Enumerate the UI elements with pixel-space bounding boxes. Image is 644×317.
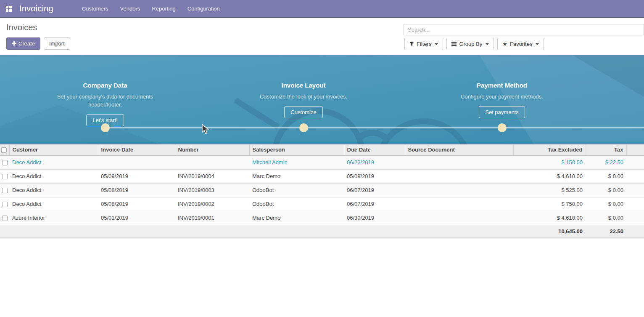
apps-menu-button[interactable]: [0, 0, 18, 18]
cell-number: INV/2019/0004: [175, 169, 249, 183]
group-by-dropdown-button[interactable]: Group By: [446, 38, 494, 50]
cell-source-document: [405, 169, 513, 183]
caret-down-icon: [536, 43, 539, 45]
cell-salesperson: Marc Demo: [249, 211, 344, 225]
lets-start-button[interactable]: Let's start!: [86, 114, 124, 126]
col-header-tax-excluded[interactable]: Tax Excluded: [513, 144, 586, 155]
app-brand-title: Invoicing: [19, 4, 53, 13]
search-box: [404, 24, 644, 35]
row-select-cell: [0, 211, 9, 225]
row-checkbox[interactable]: [2, 188, 8, 193]
col-header-number[interactable]: Number: [175, 144, 249, 155]
col-header-customer[interactable]: Customer: [9, 144, 98, 155]
page-title: Invoices: [6, 23, 37, 32]
filters-label: Filters: [417, 41, 431, 47]
cell-due-date: 06/30/2019: [344, 211, 405, 225]
cell-number: INV/2019/0001: [175, 211, 249, 225]
cell-invoice-date: 05/09/2019: [98, 169, 175, 183]
cell-tax-excluded: $ 750.00: [513, 197, 586, 211]
customize-button[interactable]: Customize: [284, 106, 322, 118]
cell-due-date: 06/23/2019: [344, 155, 405, 169]
import-button[interactable]: Import: [44, 37, 70, 50]
nav-item-vendors[interactable]: Vendors: [114, 0, 146, 18]
step-title: Payment Method: [435, 82, 569, 89]
cell-invoice-date: 05/01/2019: [98, 211, 175, 225]
step-title: Company Data: [38, 82, 172, 89]
invoice-row[interactable]: Azure Interior05/01/2019INV/2019/0001Mar…: [0, 211, 644, 225]
cell-invoice-date: 05/08/2019: [98, 197, 175, 211]
cell-salesperson: OdooBot: [249, 183, 344, 197]
row-checkbox[interactable]: [2, 202, 8, 207]
cell-tax: $ 0.00: [586, 169, 626, 183]
cell-customer: Azure Interior: [9, 211, 98, 225]
invoice-rows: Deco AddictMitchell Admin06/23/2019$ 150…: [0, 155, 644, 225]
col-header-source-document[interactable]: Source Document: [405, 144, 513, 155]
filter-row: Filters Group By ★ Favorites: [404, 38, 544, 50]
caret-down-icon: [486, 43, 489, 45]
cell-invoice-date: [98, 155, 175, 169]
step-description: Set your company's data for documents he…: [56, 93, 155, 109]
row-select-cell: [0, 155, 9, 169]
cell-source-document: [405, 197, 513, 211]
cell-due-date: 05/09/2019: [344, 169, 405, 183]
cell-tax: $ 22.50: [586, 155, 626, 169]
invoice-row[interactable]: Deco AddictMitchell Admin06/23/2019$ 150…: [0, 155, 644, 169]
row-checkbox[interactable]: [2, 174, 8, 179]
cell-tax-excluded: $ 4,610.00: [513, 169, 586, 183]
control-panel: Invoices ✚ Create Import Filters: [0, 18, 644, 55]
totals-row: 10,645.00 22.50: [0, 225, 644, 237]
cell-source-document: [405, 211, 513, 225]
star-icon: ★: [502, 41, 507, 47]
cell-customer: Deco Addict: [9, 169, 98, 183]
col-header-tax[interactable]: Tax: [586, 144, 626, 155]
create-button-label: Create: [18, 40, 35, 47]
col-header-salesperson[interactable]: Salesperson: [249, 144, 344, 155]
invoice-row[interactable]: Deco Addict05/09/2019INV/2019/0004Marc D…: [0, 169, 644, 183]
col-header-invoice-date[interactable]: Invoice Date: [98, 144, 175, 155]
cell-number: [175, 155, 249, 169]
invoicing-app-window: Invoicing Customers Vendors Reporting Co…: [0, 0, 644, 317]
cell-tax-excluded: $ 150.00: [513, 155, 586, 169]
cell-customer: Deco Addict: [9, 155, 98, 169]
create-button[interactable]: ✚ Create: [6, 37, 40, 50]
invoice-row[interactable]: Deco Addict05/08/2019INV/2019/0002OdooBo…: [0, 197, 644, 211]
total-tax: 22.50: [586, 225, 626, 237]
select-all-cell: [0, 144, 9, 155]
step-dot-invoice-layout: [299, 123, 308, 132]
step-description: Configure your payment methods.: [453, 93, 552, 101]
nav-menu: Customers Vendors Reporting Configuratio…: [76, 0, 226, 18]
favorites-dropdown-button[interactable]: ★ Favorites: [497, 38, 544, 50]
onboarding-step-company-data: Company Data Set your company's data for…: [38, 82, 172, 126]
nav-item-reporting[interactable]: Reporting: [146, 0, 181, 18]
list-lines-icon: [451, 42, 457, 46]
nav-item-configuration[interactable]: Configuration: [182, 0, 226, 18]
filters-dropdown-button[interactable]: Filters: [404, 38, 443, 50]
nav-item-customers[interactable]: Customers: [76, 0, 114, 18]
top-navbar: Invoicing Customers Vendors Reporting Co…: [0, 0, 644, 18]
col-header-due-date[interactable]: Due Date: [344, 144, 405, 155]
onboarding-step-invoice-layout: Invoice Layout Customize the look of you…: [236, 82, 371, 118]
group-by-label: Group By: [459, 41, 482, 47]
search-input[interactable]: [404, 24, 644, 35]
row-checkbox[interactable]: [2, 160, 8, 165]
cell-source-document: [405, 155, 513, 169]
select-all-checkbox[interactable]: [1, 147, 7, 153]
onboarding-step-payment-method: Payment Method Configure your payment me…: [435, 82, 569, 118]
table-header-row: Customer Invoice Date Number Salesperson…: [0, 144, 644, 155]
set-payments-button[interactable]: Set payments: [479, 106, 525, 118]
cell-tax-excluded: $ 525.00: [513, 183, 586, 197]
cell-salesperson: OdooBot: [249, 197, 344, 211]
cell-due-date: 06/07/2019: [344, 197, 405, 211]
cell-customer: Deco Addict: [9, 183, 98, 197]
step-dot-payment-method: [498, 123, 507, 132]
cell-tax: $ 0.00: [586, 183, 626, 197]
total-tax-excluded: 10,645.00: [513, 225, 586, 237]
onboarding-banner: Company Data Set your company's data for…: [0, 55, 644, 144]
caret-down-icon: [435, 43, 438, 45]
cell-tax: $ 0.00: [586, 197, 626, 211]
cell-extra: [626, 197, 644, 211]
plus-icon: ✚: [12, 40, 16, 47]
row-checkbox[interactable]: [2, 216, 8, 221]
invoice-row[interactable]: Deco Addict05/08/2019INV/2019/0003OdooBo…: [0, 183, 644, 197]
cell-extra: [626, 169, 644, 183]
